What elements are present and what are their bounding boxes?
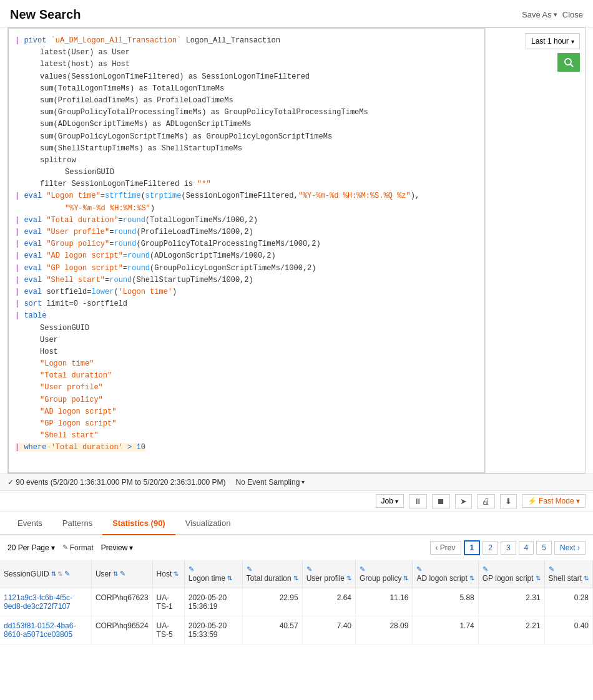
sort-user[interactable]: ⇅ bbox=[113, 570, 118, 577]
sort-logon-time[interactable]: ⇅ bbox=[227, 575, 232, 581]
cell-ad-logon-script-1: 5.88 bbox=[413, 588, 478, 616]
event-sampling-button[interactable]: No Event Sampling bbox=[236, 478, 305, 487]
edit-user[interactable]: ✎ bbox=[120, 570, 125, 578]
search-run-button[interactable] bbox=[557, 53, 580, 72]
sort-total-duration[interactable]: ⇅ bbox=[293, 575, 298, 581]
col-gp-logon-script: ✎ GP logon script ⇅ bbox=[478, 560, 544, 588]
sort-ad-logon-script[interactable]: ⇅ bbox=[469, 575, 474, 581]
ad-logon-script-value-1: 5.88 bbox=[459, 593, 474, 602]
edit-session-guid[interactable]: ✎ bbox=[64, 570, 70, 578]
group-policy-value-1: 11.16 bbox=[390, 593, 408, 602]
edit-total-duration-icon[interactable]: ✎ bbox=[247, 565, 252, 573]
close-button[interactable]: Close bbox=[562, 10, 583, 19]
cell-group-policy-1: 11.16 bbox=[356, 588, 413, 616]
cell-host-1: UA-TS-1 bbox=[152, 588, 184, 616]
cell-session-guid-1: 1121a9c3-fc6b-4f5c-9ed8-de3c272f7107 bbox=[0, 588, 91, 616]
cell-user-profile-2: 7.40 bbox=[302, 616, 355, 644]
sort-shell-start[interactable]: ⇅ bbox=[584, 575, 589, 581]
search-input-area[interactable]: | pivot `uA_DM_Logon_All_Transaction` Lo… bbox=[8, 28, 485, 473]
tab-statistics[interactable]: Statistics (90) bbox=[102, 512, 175, 535]
tab-visualization[interactable]: Visualization bbox=[175, 512, 241, 535]
page-title: New Search bbox=[10, 7, 81, 22]
edit-gp-logon-script-icon[interactable]: ✎ bbox=[483, 565, 488, 573]
cell-user-2: CORP\hq96524 bbox=[91, 616, 152, 644]
fast-mode-button[interactable]: Fast Mode bbox=[522, 494, 586, 508]
stop-button[interactable]: ⏹ bbox=[432, 494, 450, 508]
result-tabs: Events Patterns Statistics (90) Visualiz… bbox=[0, 512, 593, 535]
shell-start-value-1: 0.28 bbox=[574, 593, 589, 602]
host-value-2: UA-TS-5 bbox=[157, 621, 173, 639]
next-page-button[interactable]: Next › bbox=[554, 541, 586, 555]
col-user-profile-label: User profile bbox=[306, 574, 345, 583]
page-4-button[interactable]: 4 bbox=[519, 541, 534, 555]
cell-user-profile-1: 2.64 bbox=[302, 588, 355, 616]
cell-group-policy-2: 28.09 bbox=[356, 616, 413, 644]
sort-group-policy[interactable]: ⇅ bbox=[403, 575, 408, 581]
svg-point-0 bbox=[565, 59, 571, 65]
col-logon-time-label: Logon time bbox=[189, 574, 225, 583]
sort-host[interactable]: ⇅ bbox=[174, 570, 179, 577]
col-host: Host ⇅ bbox=[152, 560, 184, 588]
table-controls: 20 Per Page Format Preview ‹ Prev 1 2 3 … bbox=[0, 535, 593, 560]
edit-ad-logon-script-icon[interactable]: ✎ bbox=[416, 565, 422, 573]
save-as-button[interactable]: Save As bbox=[522, 10, 557, 19]
col-session-guid: SessionGUID ⇅ ✎ bbox=[0, 560, 91, 588]
page-1-button[interactable]: 1 bbox=[464, 540, 481, 555]
page-5-button[interactable]: 5 bbox=[536, 541, 552, 555]
tab-patterns[interactable]: Patterns bbox=[52, 512, 102, 535]
format-button[interactable]: Format bbox=[62, 543, 94, 552]
cell-logon-time-2: 2020-05-20 15:33:59 bbox=[184, 616, 242, 644]
edit-user-profile-icon[interactable]: ✎ bbox=[306, 565, 312, 573]
export-button[interactable]: ⬇ bbox=[500, 494, 517, 508]
col-shell-start: ✎ Shell start ⇅ bbox=[544, 560, 592, 588]
cell-ad-logon-script-2: 1.74 bbox=[413, 616, 478, 644]
table-row: dd153f81-0152-4ba6-8610-a5071ce03805 COR… bbox=[0, 616, 593, 644]
cell-shell-start-2: 0.40 bbox=[544, 616, 592, 644]
shell-start-value-2: 0.40 bbox=[574, 621, 589, 630]
print-button[interactable]: 🖨 bbox=[477, 494, 495, 508]
sort-gp-logon-script[interactable]: ⇅ bbox=[536, 575, 541, 581]
total-duration-value-1: 22.95 bbox=[280, 593, 298, 602]
logon-time-value-2: 2020-05-20 15:33:59 bbox=[189, 621, 227, 639]
data-table-container: SessionGUID ⇅ ✎ User ⇅ ✎ Host ⇅ bbox=[0, 560, 593, 644]
session-guid-link-1[interactable]: 1121a9c3-fc6b-4f5c-9ed8-de3c272f7107 bbox=[4, 593, 72, 611]
col-ad-logon-script-label: AD logon script bbox=[416, 574, 467, 583]
job-toolbar: Job ⏸ ⏹ ➤ 🖨 ⬇ Fast Mode bbox=[0, 491, 593, 512]
sort-user-profile[interactable]: ⇅ bbox=[346, 575, 351, 581]
edit-shell-start-icon[interactable]: ✎ bbox=[549, 565, 554, 573]
prev-page-button[interactable]: ‹ Prev bbox=[430, 541, 461, 555]
page-3-button[interactable]: 3 bbox=[501, 541, 516, 555]
col-user: User ⇅ ✎ bbox=[91, 560, 152, 588]
header-actions: Save As Close bbox=[522, 10, 583, 19]
col-ad-logon-script: ✎ AD logon script ⇅ bbox=[413, 560, 478, 588]
cell-user-1: CORP\hq67623 bbox=[91, 588, 152, 616]
edit-group-policy-icon[interactable]: ✎ bbox=[360, 565, 365, 573]
page-2-button[interactable]: 2 bbox=[483, 541, 498, 555]
send-button[interactable]: ➤ bbox=[455, 494, 472, 508]
preview-button[interactable]: Preview bbox=[101, 543, 134, 552]
table-header-row: SessionGUID ⇅ ✎ User ⇅ ✎ Host ⇅ bbox=[0, 560, 593, 588]
job-button[interactable]: Job bbox=[376, 494, 404, 508]
user-profile-value-2: 7.40 bbox=[337, 621, 351, 630]
col-total-duration: ✎ Total duration ⇅ bbox=[242, 560, 302, 588]
col-user-label: User bbox=[96, 570, 111, 578]
tab-events[interactable]: Events bbox=[7, 512, 52, 535]
edit-logon-time-icon[interactable]: ✎ bbox=[189, 565, 194, 573]
results-table: SessionGUID ⇅ ✎ User ⇅ ✎ Host ⇅ bbox=[0, 560, 593, 644]
search-area: | pivot `uA_DM_Logon_All_Transaction` Lo… bbox=[7, 27, 586, 474]
sort-session-guid[interactable]: ⇅ bbox=[51, 570, 63, 577]
group-policy-value-2: 28.09 bbox=[390, 621, 408, 630]
total-duration-value-2: 40.57 bbox=[280, 621, 298, 630]
session-guid-link-2[interactable]: dd153f81-0152-4ba6-8610-a5071ce03805 bbox=[4, 621, 76, 639]
cell-host-2: UA-TS-5 bbox=[152, 616, 184, 644]
time-range-picker[interactable]: Last 1 hour bbox=[526, 33, 580, 49]
page-header: New Search Save As Close bbox=[0, 0, 593, 27]
pause-button[interactable]: ⏸ bbox=[409, 494, 427, 508]
per-page-button[interactable]: 20 Per Page bbox=[7, 543, 55, 552]
pagination: ‹ Prev 1 2 3 4 5 Next › bbox=[430, 540, 586, 555]
col-group-policy-label: Group policy bbox=[360, 574, 401, 583]
col-gp-logon-script-label: GP logon script bbox=[483, 574, 534, 583]
svg-line-1 bbox=[571, 64, 573, 67]
search-sidebar: Last 1 hour bbox=[485, 28, 585, 473]
user-value-2: CORP\hq96524 bbox=[96, 621, 149, 630]
